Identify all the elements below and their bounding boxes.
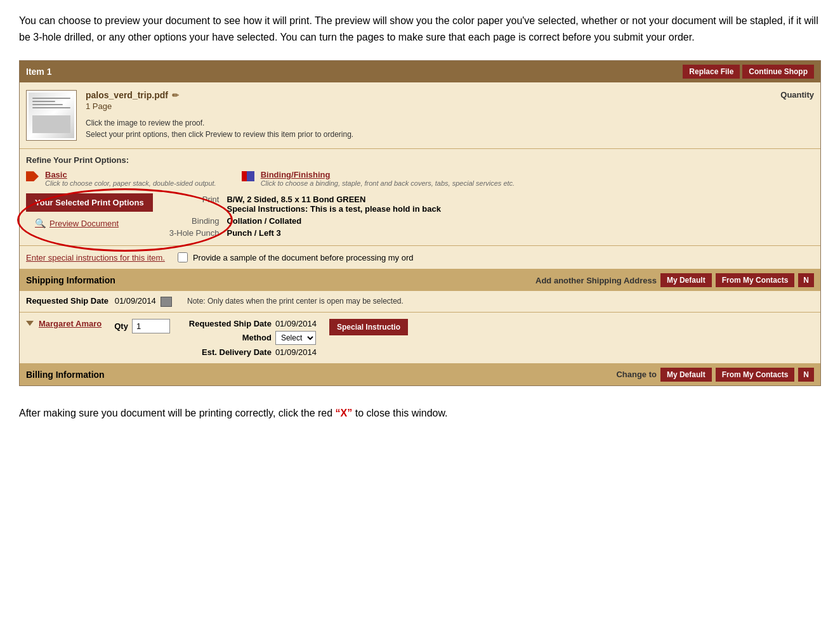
item-header-bar: Item 1 Replace File Continue Shopp bbox=[20, 61, 820, 82]
binding-desc: Click to choose a binding, staple, front… bbox=[261, 179, 515, 187]
x-label: “X” bbox=[336, 408, 353, 418]
file-name: palos_verd_trip.pdf ✏ bbox=[86, 90, 774, 100]
special-instructions-label: Special Instructions: bbox=[226, 204, 308, 214]
billing-title: Billing Information bbox=[26, 370, 105, 380]
triangle-icon bbox=[26, 321, 34, 326]
main-ui-box: Item 1 Replace File Continue Shopp palos… bbox=[19, 60, 821, 386]
basic-link[interactable]: Basic bbox=[45, 170, 216, 179]
continue-shopping-button[interactable]: Continue Shopp bbox=[742, 65, 814, 79]
binding-option-group: Binding/Finishing Click to choose a bind… bbox=[242, 170, 515, 187]
intro-paragraph: You can choose to preview your document … bbox=[19, 13, 821, 45]
sample-checkbox[interactable] bbox=[178, 252, 188, 262]
replace-file-button[interactable]: Replace File bbox=[683, 65, 740, 79]
basic-option-text: Basic Click to choose color, paper stack… bbox=[45, 170, 216, 187]
file-details: palos_verd_trip.pdf ✏ 1 Page Click the i… bbox=[86, 90, 774, 140]
after-paragraph: After making sure you document will be p… bbox=[19, 405, 821, 422]
shipping-my-default-button[interactable]: My Default bbox=[660, 273, 712, 287]
billing-header-right: Change to My Default From My Contacts N bbox=[616, 368, 814, 382]
recipient-name[interactable]: Margaret Amaro bbox=[26, 319, 102, 328]
instructions-line1: Click the image to review the proof. bbox=[86, 117, 774, 129]
calendar-icon[interactable] bbox=[161, 297, 172, 307]
method-label: Method bbox=[183, 333, 272, 342]
file-info-row: palos_verd_trip.pdf ✏ 1 Page Click the i… bbox=[20, 82, 820, 149]
billing-my-default-button[interactable]: My Default bbox=[660, 368, 712, 382]
basic-desc: Click to choose color, paper stack, doub… bbox=[45, 179, 216, 187]
thumbnail-inner bbox=[29, 93, 74, 138]
add-address-label: Add another Shipping Address bbox=[535, 276, 657, 285]
shipping-header-right: Add another Shipping Address My Default … bbox=[535, 273, 814, 287]
print-options-section: Refine Your Print Options: Basic Click t… bbox=[20, 149, 820, 246]
ship-date-label: Requested Ship Date bbox=[26, 296, 108, 306]
selected-options-area: Your Selected Print Options 🔍 Preview Do… bbox=[26, 193, 814, 239]
preview-document-link[interactable]: 🔍 Preview Document bbox=[26, 216, 153, 231]
binding-row: Binding Collation / Collated bbox=[166, 215, 445, 227]
preview-document-text: Preview Document bbox=[49, 219, 119, 228]
special-instructions-row: Enter special instructions for this item… bbox=[20, 246, 820, 269]
print-options-title: Refine Your Print Options: bbox=[26, 155, 814, 165]
selected-print-options-button[interactable]: Your Selected Print Options bbox=[26, 193, 153, 212]
billing-section: Billing Information Change to My Default… bbox=[20, 363, 820, 385]
shipping-title: Shipping Information bbox=[26, 275, 115, 285]
binding-row-label: Binding bbox=[166, 215, 223, 227]
billing-from-contacts-button[interactable]: From My Contacts bbox=[716, 368, 795, 382]
thumb-line-1 bbox=[32, 98, 70, 99]
method-row: Method Select bbox=[183, 331, 317, 345]
special-instructions-value: This is a test, please hold in back bbox=[310, 204, 441, 214]
binding-option-text: Binding/Finishing Click to choose a bind… bbox=[261, 170, 515, 187]
header-buttons: Replace File Continue Shopp bbox=[683, 65, 814, 79]
quantity-input[interactable] bbox=[132, 319, 170, 333]
billing-n-button[interactable]: N bbox=[798, 368, 814, 382]
file-instructions: Click the image to review the proof. Sel… bbox=[86, 117, 774, 140]
thumb-line-4 bbox=[32, 107, 70, 108]
quantity-group: Qty bbox=[114, 319, 170, 333]
file-thumbnail[interactable] bbox=[26, 90, 77, 141]
thumb-line-2 bbox=[32, 101, 55, 102]
requested-ship-date-label: Requested Ship Date bbox=[183, 319, 272, 328]
print-details-table: Print B/W, 2 Sided, 8.5 x 11 Bond GREEN … bbox=[166, 193, 445, 239]
after-text-after: to close this window. bbox=[352, 408, 447, 418]
edit-icon[interactable]: ✏ bbox=[172, 91, 179, 100]
ship-details-group: Requested Ship Date 01/09/2014 Method Se… bbox=[183, 319, 317, 357]
est-delivery-value: 01/09/2014 bbox=[275, 347, 317, 357]
method-select[interactable]: Select bbox=[275, 331, 316, 345]
shipping-from-contacts-button[interactable]: From My Contacts bbox=[716, 273, 795, 287]
shipping-n-button[interactable]: N bbox=[798, 273, 814, 287]
thumb-image-area bbox=[32, 115, 70, 133]
billing-section-header: Billing Information Change to My Default… bbox=[20, 364, 820, 385]
thumbnail-lines bbox=[32, 98, 70, 110]
recipient-name-text: Margaret Amaro bbox=[39, 319, 102, 328]
instructions-line2: Select your print options, then click Pr… bbox=[86, 129, 774, 140]
file-pages: 1 Page bbox=[86, 101, 774, 111]
thumb-line-3 bbox=[32, 104, 63, 105]
est-delivery-row: Est. Delivery Date 01/09/2014 bbox=[183, 347, 317, 357]
print-row-value: B/W, 2 Sided, 8.5 x 11 Bond GREEN Specia… bbox=[223, 193, 444, 215]
qty-label: Qty bbox=[114, 321, 128, 331]
after-text-before: After making sure you document will be p… bbox=[19, 408, 336, 418]
options-links-row: Basic Click to choose color, paper stack… bbox=[26, 170, 814, 187]
binding-link[interactable]: Binding/Finishing bbox=[261, 170, 515, 179]
quantity-label: Quantity bbox=[780, 90, 814, 100]
recipient-row: Margaret Amaro Qty Requested Ship Date 0… bbox=[20, 313, 820, 363]
ship-date-row: Requested Ship Date 01/09/2014 Note: Onl… bbox=[20, 291, 820, 313]
ship-date-value: 01/09/2014 bbox=[115, 296, 156, 306]
hole-punch-label: 3-Hole Punch bbox=[166, 227, 223, 239]
est-delivery-label: Est. Delivery Date bbox=[183, 347, 272, 357]
shipping-section-header: Shipping Information Add another Shippin… bbox=[20, 269, 820, 291]
selected-options-box: Your Selected Print Options 🔍 Preview Do… bbox=[26, 193, 153, 231]
print-row: Print B/W, 2 Sided, 8.5 x 11 Bond GREEN … bbox=[166, 193, 445, 215]
basic-icon bbox=[26, 171, 40, 183]
print-value: B/W, 2 Sided, 8.5 x 11 Bond GREEN bbox=[226, 195, 365, 204]
print-row-label: Print bbox=[166, 193, 223, 215]
binding-icon bbox=[242, 171, 256, 183]
recipient-special-instructions-button[interactable]: Special Instructio bbox=[329, 319, 408, 335]
sample-label: Provide a sample of the document before … bbox=[193, 253, 414, 262]
item-header-title: Item 1 bbox=[26, 67, 51, 77]
binding-row-value: Collation / Collated bbox=[223, 215, 444, 227]
file-name-text: palos_verd_trip.pdf bbox=[86, 90, 168, 100]
ship-date-note: Note: Only dates when the print center i… bbox=[187, 297, 404, 306]
requested-ship-date-row: Requested Ship Date 01/09/2014 bbox=[183, 319, 317, 328]
preview-search-icon: 🔍 bbox=[35, 218, 46, 228]
hole-punch-value: Punch / Left 3 bbox=[223, 227, 444, 239]
special-instructions-link[interactable]: Enter special instructions for this item… bbox=[26, 253, 165, 262]
requested-ship-date-value: 01/09/2014 bbox=[275, 319, 317, 328]
